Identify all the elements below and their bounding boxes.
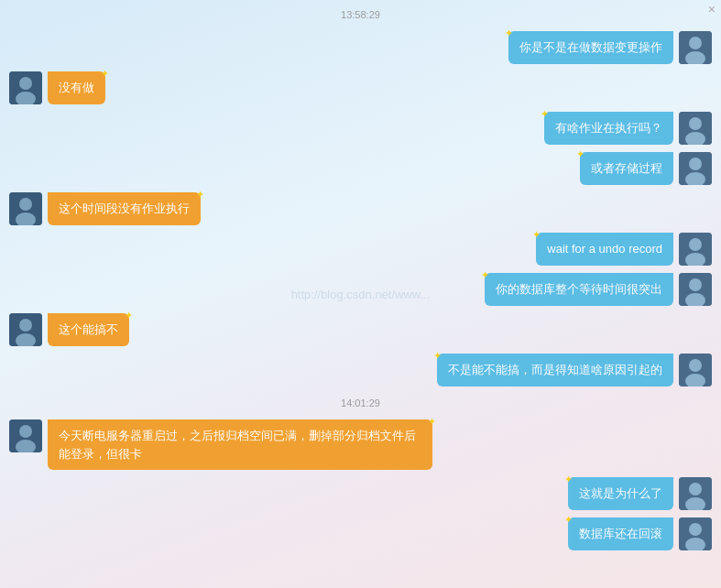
message-row: ✦ 这个能搞不 — [9, 313, 712, 346]
chat-container: × http://blog.csdn.net/www... 13:58:29 ✦… — [0, 0, 721, 588]
avatar — [679, 233, 712, 266]
svg-point-25 — [689, 359, 702, 372]
svg-point-28 — [19, 425, 32, 438]
message-row: ✦ 没有做 — [9, 71, 712, 104]
bubble: ✦ 不是能不能搞，而是得知道啥原因引起的 — [437, 354, 673, 387]
bubble-star: ✦ — [428, 414, 436, 430]
bubble: ✦ 这就是为什么了 — [568, 477, 673, 510]
message-row: ✦ 有啥作业在执行吗？ — [9, 112, 712, 145]
message-row: ✦ 或者存储过程 — [9, 152, 712, 185]
bubble-star: ✦ — [532, 227, 541, 243]
bubble: ✦ 有啥作业在执行吗？ — [544, 112, 673, 145]
bubble: ✦ wait for a undo record — [536, 233, 673, 266]
avatar — [9, 71, 42, 104]
avatar — [9, 313, 42, 346]
svg-point-19 — [689, 278, 702, 291]
message-row: ✦ 不是能不能搞，而是得知道啥原因引起的 — [9, 354, 712, 387]
bubble-star: ✦ — [505, 26, 513, 41]
svg-point-10 — [689, 158, 702, 170]
svg-point-4 — [19, 77, 32, 90]
timestamp-1: 13:58:29 — [9, 9, 712, 20]
avatar — [679, 477, 712, 510]
avatar — [679, 354, 712, 387]
timestamp-2: 14:01:29 — [9, 397, 712, 408]
message-row: ✦ 今天断电服务器重启过，之后报归档空间已满，删掉部分归档文件后能登录，但很卡 — [9, 419, 712, 470]
svg-point-16 — [689, 238, 702, 251]
close-button[interactable]: × — [708, 2, 716, 16]
avatar — [9, 192, 42, 225]
bubble: ✦ 或者存储过程 — [580, 152, 673, 185]
bubble-star: ✦ — [576, 147, 584, 162]
avatar — [679, 273, 712, 306]
message-row: ✦ 这就是为什么了 — [9, 477, 712, 510]
bubble-star: ✦ — [541, 106, 549, 122]
bubble: ✦ 这个能搞不 — [48, 313, 129, 346]
bubble: ✦ 今天断电服务器重启过，之后报归档空间已满，删掉部分归档文件后能登录，但很卡 — [48, 419, 432, 470]
bubble: ✦ 你是不是在做数据变更操作 — [508, 31, 673, 64]
avatar — [9, 419, 42, 452]
avatar — [679, 112, 712, 145]
avatar — [679, 31, 712, 64]
message-row: ✦ 你是不是在做数据变更操作 — [9, 31, 712, 64]
bubble-star: ✦ — [101, 66, 109, 82]
message-row: ✦ 你的数据库整个等待时间很突出 — [9, 273, 712, 306]
svg-point-31 — [689, 483, 702, 495]
bubble-star: ✦ — [196, 187, 204, 202]
bubble-star: ✦ — [481, 267, 489, 283]
avatar — [679, 152, 712, 185]
bubble-star: ✦ — [433, 348, 442, 364]
message-row: ✦ 数据库还在回滚 — [9, 517, 712, 550]
avatar — [679, 517, 712, 550]
bubble-star: ✦ — [564, 472, 573, 487]
bubble: ✦ 这个时间段没有作业执行 — [48, 192, 201, 225]
bubble: ✦ 你的数据库整个等待时间很突出 — [485, 273, 673, 306]
bubble-star: ✦ — [125, 308, 133, 323]
message-row: ✦ wait for a undo record — [9, 233, 712, 266]
svg-point-13 — [19, 198, 32, 211]
svg-point-22 — [19, 319, 32, 332]
message-row: ✦ 这个时间段没有作业执行 — [9, 192, 712, 225]
svg-point-34 — [689, 523, 702, 536]
bubble: ✦ 没有做 — [48, 71, 105, 104]
bubble: ✦ 数据库还在回滚 — [568, 517, 673, 550]
svg-point-1 — [689, 37, 702, 49]
svg-point-7 — [689, 117, 702, 130]
bubble-star: ✦ — [564, 512, 573, 528]
